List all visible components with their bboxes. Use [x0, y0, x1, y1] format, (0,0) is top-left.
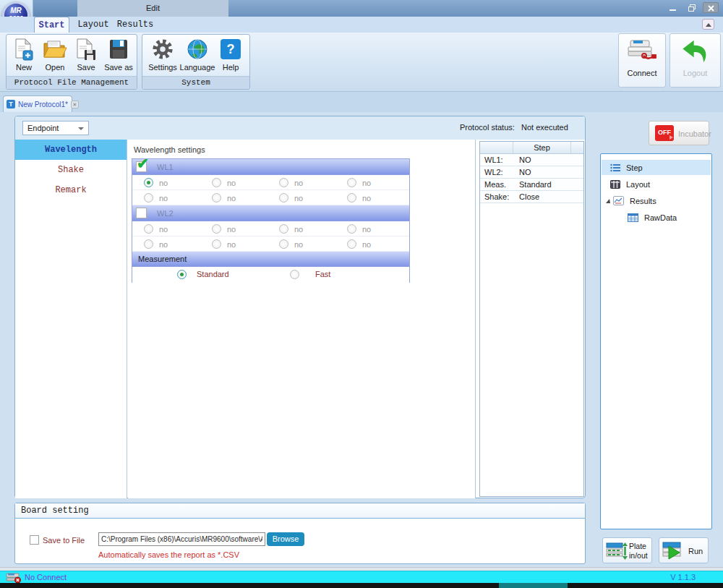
run-button[interactable]: Run [659, 537, 709, 563]
radio-label: no [227, 225, 236, 234]
version-text: V 1.1.3 [670, 571, 696, 584]
table-row: Shake: Close [480, 191, 583, 203]
settings-button[interactable]: Settings [147, 36, 179, 76]
save-label: Save [72, 62, 100, 72]
wl1-radio-3[interactable] [279, 178, 288, 187]
measurement-title: Measurement [138, 252, 187, 267]
tab-close-icon[interactable]: ✕ [71, 101, 79, 108]
radio-label: no [159, 194, 168, 203]
logout-label: Logout [670, 69, 720, 77]
new-document-icon [9, 36, 38, 62]
wl1-radio-6[interactable] [212, 193, 221, 203]
board-setting-panel: Board setting Save to File Browse Automa… [14, 503, 586, 564]
row-label: WL1: [480, 155, 513, 164]
help-button[interactable]: ? Help [216, 36, 245, 76]
wl1-radio-2[interactable] [212, 178, 221, 187]
wl2-checkbox[interactable] [136, 208, 147, 218]
protocol-panel: Endpoint Protocol status: Not executed W… [14, 116, 586, 498]
save-path-input[interactable] [98, 532, 265, 546]
protocol-panel-header: Endpoint Protocol status: Not executed [15, 116, 585, 140]
ribbon-collapse-button[interactable] [702, 19, 714, 30]
logo-text-top: MR [4, 7, 27, 14]
wl2-radio-8[interactable] [347, 239, 356, 249]
step-table-header-label: Step [513, 142, 571, 153]
wl2-radio-2[interactable] [212, 224, 221, 234]
wl2-radio-7[interactable] [279, 239, 288, 249]
save-button[interactable]: Save [72, 36, 100, 76]
protocol-status-value: Not executed [521, 123, 568, 132]
wl2-radio-3[interactable] [279, 224, 288, 234]
protocol-document-tab[interactable]: T New Protocol1* ✕ [3, 95, 72, 112]
open-button[interactable]: Open [40, 36, 70, 76]
radio-label: no [159, 179, 168, 187]
wl1-radio-7[interactable] [279, 193, 288, 203]
row-value: NO [513, 155, 531, 164]
expand-triangle-icon[interactable] [606, 199, 610, 203]
radio-label: no [362, 179, 371, 187]
wl1-checkbox[interactable] [136, 161, 147, 172]
tab-results[interactable]: Results [114, 17, 156, 33]
tab-layout[interactable]: Layout [74, 17, 113, 33]
wl1-radio-4[interactable] [347, 178, 356, 187]
wl2-radio-1[interactable] [144, 224, 153, 234]
logout-button[interactable]: Logout [669, 33, 721, 88]
incubator-label: Incubator [678, 122, 710, 146]
measurement-row: Standard Fast [132, 267, 409, 283]
tree-label: Results [630, 197, 656, 205]
radio-label: no [362, 225, 371, 234]
wl1-radio-5[interactable] [144, 193, 153, 203]
settings-label: Settings [147, 62, 179, 72]
csv-hint-text: Automatically saves the report as *.CSV [98, 550, 239, 559]
help-label: Help [216, 62, 245, 72]
wl2-radio-6[interactable] [212, 239, 221, 249]
measurement-band: Measurement [132, 252, 409, 267]
row-value: Standard [513, 180, 552, 189]
wl1-radio-8[interactable] [347, 193, 356, 203]
nav-item-shake[interactable]: Shake [15, 160, 127, 180]
tab-start[interactable]: Start [34, 17, 69, 33]
measurement-fast-radio[interactable] [290, 270, 299, 279]
protocol-status-label: Protocol status: [460, 123, 515, 132]
tree-label: RawData [644, 213, 677, 222]
table-row: WL1: NO [480, 154, 583, 166]
radio-label: no [294, 179, 303, 187]
new-button[interactable]: New [9, 36, 38, 76]
run-label: Run [688, 538, 703, 564]
ribbon-tab-row: Start Layout Results [0, 17, 723, 33]
measurement-standard-radio[interactable] [177, 270, 187, 279]
wl2-label: WL2 [157, 205, 174, 221]
save-as-button[interactable]: Save as [102, 36, 135, 76]
maximize-button[interactable] [684, 2, 700, 13]
wl2-band: WL2 [132, 205, 409, 221]
tree-item-rawdata[interactable]: RawData [602, 210, 711, 225]
wl2-radio-4[interactable] [347, 224, 356, 234]
browse-button[interactable]: Browse [267, 532, 304, 546]
tree-item-layout[interactable]: Layout [602, 176, 711, 192]
nav-item-remark[interactable]: Remark [15, 180, 127, 200]
language-button[interactable]: Language [179, 36, 216, 76]
tree-item-results[interactable]: Results [602, 193, 711, 208]
protocol-tab-icon: T [7, 100, 15, 108]
step-table-header: Step [480, 142, 583, 154]
wl1-band: WL1 [132, 159, 409, 175]
close-button[interactable] [703, 2, 719, 13]
title-bar: Edit [0, 0, 723, 17]
tree-item-step[interactable]: Step [602, 160, 711, 175]
save-to-file-checkbox[interactable] [30, 535, 39, 545]
incubator-button[interactable]: OFF Incubator [649, 121, 709, 145]
help-icon: ? [216, 36, 245, 62]
new-label: New [9, 62, 38, 72]
minimize-button[interactable] [665, 2, 681, 13]
globe-icon [179, 36, 216, 62]
wl1-radio-1[interactable] [144, 178, 153, 187]
connect-button[interactable]: Connect [618, 33, 666, 88]
measurement-standard-label: Standard [197, 270, 229, 278]
mode-dropdown[interactable]: Endpoint [22, 121, 89, 135]
wl2-radio-5[interactable] [144, 239, 153, 249]
radio-label: no [227, 194, 236, 203]
title-bar-segment [31, 0, 77, 17]
plate-in-out-button[interactable]: Plate in/out [602, 537, 652, 563]
nav-item-wavelength[interactable]: Wavelength [15, 140, 127, 160]
row-label: WL2: [480, 168, 513, 176]
step-list-icon [610, 163, 620, 172]
